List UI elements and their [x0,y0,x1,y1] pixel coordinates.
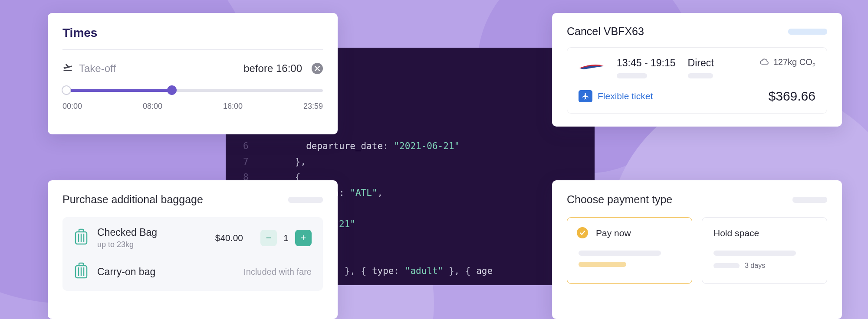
flight-price: $369.66 [769,89,815,104]
cloud-icon [760,58,770,68]
skeleton-line [788,29,827,35]
slider-fill [62,89,172,92]
time-slider[interactable] [62,85,323,96]
suitcase-icon [74,262,89,281]
takeoff-label: Take-off [79,62,237,75]
pay-now-option[interactable]: Pay now [567,217,692,284]
hold-space-option[interactable]: Hold space 3 days [702,217,827,284]
co2-emissions: 127kg CO2 [760,57,815,68]
takeoff-value: before 16:00 [243,62,302,75]
co2-sub: 2 [812,62,815,68]
carry-on-row: Carry-on bag Included with fare [74,262,312,281]
slider-tick: 23:59 [303,102,323,111]
slider-tick: 16:00 [223,102,243,111]
slider-tick: 00:00 [62,102,82,111]
payment-type-card: Choose payment type Pay now Hold space 3… [552,180,842,319]
flexible-ticket-label: Flexible ticket [598,91,653,101]
skeleton-line [713,263,740,268]
hold-space-label: Hold space [713,228,815,238]
times-title: Times [62,26,323,40]
carry-on-note: Included with fare [243,267,312,277]
check-icon [577,227,588,238]
flight-times: 13:45 - 19:15 [617,57,676,69]
skeleton-line [792,197,827,203]
code-line: 6 departure_date: "2021-06-21" [243,138,577,154]
plane-icon [579,90,592,102]
slider-tick: 08:00 [143,102,162,111]
skeleton-line [713,251,796,256]
skeleton-line [288,197,323,203]
slider-thumb-start[interactable] [62,85,71,95]
times-filter-card: Times Take-off before 16:00 00:00 08:00 … [48,13,338,134]
hold-days: 3 days [745,262,765,270]
takeoff-icon [62,62,73,75]
checked-bag-name: Checked Bag [97,227,157,238]
skeleton-line [688,73,713,78]
slider-tick-labels: 00:00 08:00 16:00 23:59 [62,102,323,111]
quantity-value: 1 [283,233,289,243]
cancel-booking-card: Cancel VBFX63 13:45 - 19:15 Direct 127kg… [552,13,842,127]
checked-bag-row: Checked Bag up to 23kg $40.00 − 1 + [74,227,312,249]
quantity-stepper: − 1 + [260,230,312,246]
takeoff-row: Take-off before 16:00 [62,62,323,75]
increment-button[interactable]: + [295,230,312,246]
skeleton-line [579,251,661,256]
decrement-button[interactable]: − [260,230,277,246]
baggage-card: Purchase additional baggage Checked Bag … [48,180,338,319]
flexible-ticket-badge[interactable]: Flexible ticket [579,90,653,102]
flight-stops: Direct [688,57,714,69]
divider [62,49,323,50]
checked-bag-sub: up to 23kg [97,240,157,249]
pay-now-label: Pay now [596,228,681,238]
checked-bag-price: $40.00 [215,233,243,243]
clear-time-button[interactable] [312,63,323,74]
skeleton-line [617,73,647,78]
payment-title: Choose payment type [567,193,672,206]
slider-thumb-end[interactable] [167,85,177,95]
baggage-title: Purchase additional baggage [62,193,203,206]
suitcase-icon [74,228,89,247]
airline-logo [579,60,605,73]
skeleton-line [579,262,626,267]
co2-value: 127kg CO [773,57,812,67]
carry-on-name: Carry-on bag [97,266,155,278]
code-line: 7 }, [243,154,577,169]
cancel-title: Cancel VBFX63 [567,25,644,38]
flight-summary: 13:45 - 19:15 Direct 127kg CO2 Flexible … [567,47,827,114]
